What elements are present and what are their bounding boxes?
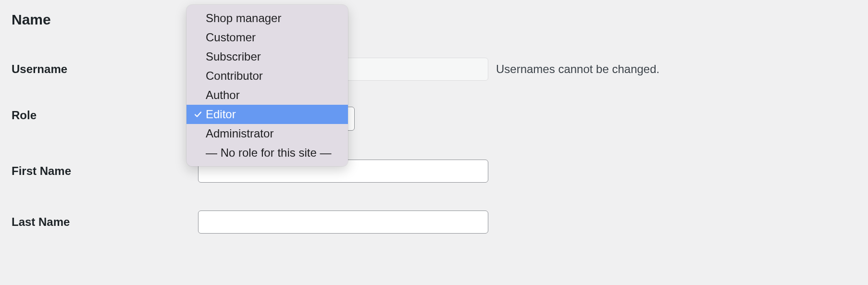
role-dropdown-panel: Shop managerCustomerSubscriberContributo…	[186, 5, 348, 166]
role-option-label: — No role for this site —	[204, 146, 331, 160]
role-option-label: Editor	[204, 108, 236, 121]
username-hint: Usernames cannot be changed.	[496, 62, 659, 76]
check-icon	[192, 111, 204, 118]
label-username: Username	[12, 62, 198, 76]
role-option[interactable]: Customer	[186, 28, 348, 47]
row-last-name: Last Name	[12, 211, 488, 234]
role-option-label: Author	[204, 88, 240, 102]
label-role: Role	[12, 109, 198, 122]
role-option-label: Customer	[204, 31, 256, 44]
role-option[interactable]: Administrator	[186, 124, 348, 143]
role-option-label: Shop manager	[204, 12, 281, 25]
role-option-label: Administrator	[204, 127, 273, 140]
role-option[interactable]: Editor	[186, 105, 348, 124]
role-option[interactable]: — No role for this site —	[186, 143, 348, 162]
last-name-input[interactable]	[198, 211, 488, 234]
role-option-label: Contributor	[204, 69, 263, 83]
role-option-label: Subscriber	[204, 50, 261, 63]
role-option[interactable]: Contributor	[186, 66, 348, 86]
row-role: Role	[12, 109, 198, 122]
role-option[interactable]: Subscriber	[186, 47, 348, 66]
role-option[interactable]: Shop manager	[186, 9, 348, 28]
role-option[interactable]: Author	[186, 86, 348, 105]
label-first-name: First Name	[12, 164, 198, 178]
section-heading-name: Name	[12, 12, 51, 28]
label-last-name: Last Name	[12, 215, 198, 229]
